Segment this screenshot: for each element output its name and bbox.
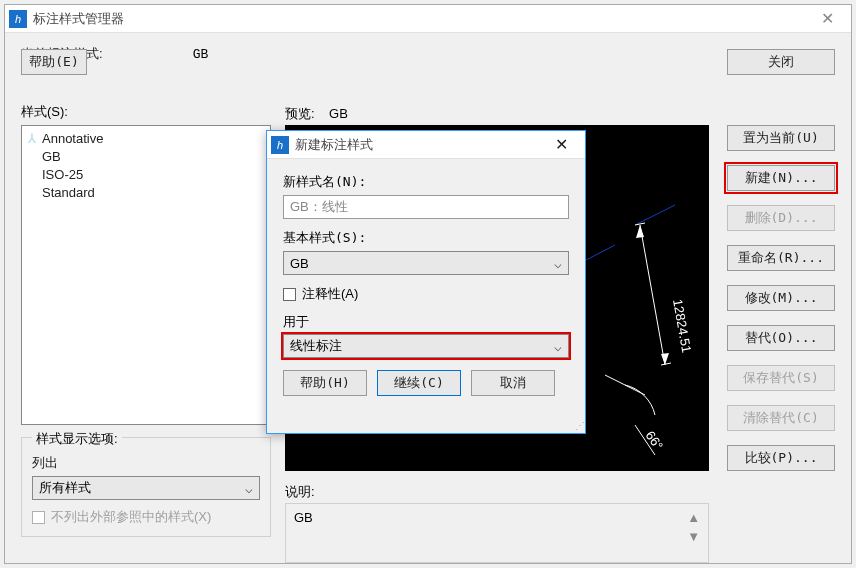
explain-label: 说明: — [285, 483, 315, 501]
svg-text:66°: 66° — [643, 428, 667, 453]
chevron-down-icon: ⌵ — [245, 481, 253, 496]
resize-grip-icon[interactable]: ⋰ — [575, 420, 583, 431]
rename-button[interactable]: 重命名(R)... — [727, 245, 835, 271]
dialog-titlebar: h 新建标注样式 ✕ — [267, 131, 585, 159]
svg-text:12824.51: 12824.51 — [670, 298, 694, 354]
base-style-value: GB — [290, 256, 309, 271]
base-style-label: 基本样式(S): — [283, 229, 569, 247]
explain-value: GB — [294, 510, 313, 556]
current-style-value: GB — [193, 47, 209, 62]
display-options-group: 样式显示选项: 列出 所有样式 ⌵ 不列出外部参照中的样式(X) — [21, 437, 271, 537]
close-icon[interactable]: ✕ — [541, 131, 581, 159]
new-name-label: 新样式名(N): — [283, 173, 569, 191]
set-current-button[interactable]: 置为当前(U) — [727, 125, 835, 151]
checkbox-icon — [32, 511, 45, 524]
list-filter-label: 列出 — [32, 454, 260, 472]
dialog-body: 新样式名(N): GB：线性 基本样式(S): GB ⌵ 注释性(A) 用于 线… — [267, 159, 585, 406]
new-button[interactable]: 新建(N)... — [727, 165, 835, 191]
main-content: 当前标注样式: GB 样式(S): ⅄Annotative GB ISO-25 … — [5, 33, 851, 87]
dialog-help-button[interactable]: 帮助(H) — [283, 370, 367, 396]
styles-column: 样式(S): ⅄Annotative GB ISO-25 Standard — [21, 103, 271, 425]
cancel-button[interactable]: 取消 — [471, 370, 555, 396]
styles-label: 样式(S): — [21, 103, 271, 121]
continue-button[interactable]: 继续(C) — [377, 370, 461, 396]
list-item[interactable]: ⅄Annotative — [28, 130, 264, 148]
display-options-label: 样式显示选项: — [32, 430, 122, 448]
list-filter-select[interactable]: 所有样式 ⌵ — [32, 476, 260, 500]
svg-line-2 — [640, 225, 665, 365]
chevron-down-icon: ⌵ — [554, 339, 562, 354]
annotative-label: 注释性(A) — [302, 285, 358, 303]
delete-button[interactable]: 删除(D)... — [727, 205, 835, 231]
checkbox-icon — [283, 288, 296, 301]
list-filter-value: 所有样式 — [39, 479, 91, 497]
window-title: 标注样式管理器 — [33, 10, 807, 28]
new-name-input[interactable]: GB：线性 — [283, 195, 569, 219]
base-style-select[interactable]: GB ⌵ — [283, 251, 569, 275]
close-button[interactable]: 关闭 — [727, 49, 835, 75]
dialog-buttons: 帮助(H) 继续(C) 取消 — [283, 370, 569, 396]
annotative-icon: ⅄ — [28, 130, 40, 148]
styles-listbox[interactable]: ⅄Annotative GB ISO-25 Standard — [21, 125, 271, 425]
dialog-title: 新建标注样式 — [295, 136, 541, 154]
close-icon[interactable]: ✕ — [807, 5, 847, 33]
used-for-select[interactable]: 线性标注 ⌵ — [283, 334, 569, 358]
help-button[interactable]: 帮助(E) — [21, 49, 87, 75]
list-item[interactable]: ISO-25 — [28, 166, 264, 184]
annotative-checkbox[interactable]: 注释性(A) — [283, 285, 569, 303]
preview-label: 预览: GB — [285, 105, 348, 123]
svg-marker-5 — [636, 225, 644, 238]
new-dimstyle-dialog: h 新建标注样式 ✕ 新样式名(N): GB：线性 基本样式(S): GB ⌵ … — [266, 130, 586, 434]
svg-line-4 — [661, 363, 671, 365]
chevron-down-icon: ⌵ — [554, 256, 562, 271]
app-icon: h — [271, 136, 289, 154]
save-override-button[interactable]: 保存替代(S) — [727, 365, 835, 391]
used-for-value: 线性标注 — [290, 337, 342, 355]
svg-line-1 — [635, 205, 675, 225]
explain-box: GB ▲▼ — [285, 503, 709, 563]
svg-line-8 — [605, 375, 645, 395]
current-style-row: 当前标注样式: GB — [21, 45, 835, 63]
list-item[interactable]: Standard — [28, 184, 264, 202]
hide-xref-checkbox-row[interactable]: 不列出外部参照中的样式(X) — [32, 508, 260, 526]
list-item[interactable]: GB — [28, 148, 264, 166]
clear-override-button[interactable]: 清除替代(C) — [727, 405, 835, 431]
explain-scroll[interactable]: ▲▼ — [687, 510, 700, 556]
right-button-column: 置为当前(U) 新建(N)... 删除(D)... 重命名(R)... 修改(M… — [727, 125, 835, 471]
hide-xref-label: 不列出外部参照中的样式(X) — [51, 508, 211, 526]
modify-button[interactable]: 修改(M)... — [727, 285, 835, 311]
used-for-label: 用于 — [283, 313, 569, 331]
app-icon: h — [9, 10, 27, 28]
main-titlebar: h 标注样式管理器 ✕ — [5, 5, 851, 33]
override-button[interactable]: 替代(O)... — [727, 325, 835, 351]
compare-button[interactable]: 比较(P)... — [727, 445, 835, 471]
